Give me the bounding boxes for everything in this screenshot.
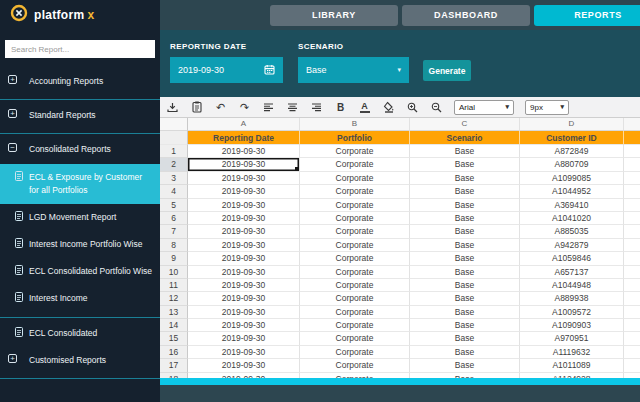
- cell-reporting-date[interactable]: 2019-09-30: [188, 279, 300, 292]
- cell-scenario[interactable]: Base: [410, 225, 520, 238]
- align-center-icon[interactable]: [286, 101, 299, 114]
- cell-customer-id[interactable]: A1119632: [520, 346, 624, 359]
- cell-portfolio[interactable]: Corporate: [300, 306, 410, 319]
- cell-portfolio[interactable]: Corporate: [300, 212, 410, 225]
- sidebar-item[interactable]: Interest Income Portfolio Wise: [0, 231, 160, 258]
- sidebar-item[interactable]: ECL Consolidated: [0, 320, 160, 347]
- font-color-icon[interactable]: A: [358, 101, 371, 114]
- expand-toggle-icon[interactable]: [8, 75, 17, 84]
- cell-customer-id[interactable]: A369410: [520, 199, 624, 212]
- row-number[interactable]: 16: [160, 346, 188, 359]
- cell-reporting-date[interactable]: 2019-09-30: [188, 199, 300, 212]
- cell-customer-id[interactable]: A889938: [520, 292, 624, 305]
- download-icon[interactable]: [166, 101, 179, 114]
- cell-portfolio[interactable]: Corporate: [300, 158, 410, 171]
- row-number[interactable]: 15: [160, 332, 188, 345]
- sidebar-item[interactable]: ECL Consolidated Portfolio Wise: [0, 258, 160, 285]
- redo-icon[interactable]: ↷: [238, 101, 251, 114]
- cell-empty[interactable]: [624, 319, 640, 332]
- cell-reporting-date[interactable]: 2019-09-30: [188, 239, 300, 252]
- cell-customer-id[interactable]: A872849: [520, 145, 624, 158]
- cell-reporting-date[interactable]: 2019-09-30: [188, 266, 300, 279]
- cell-portfolio[interactable]: Corporate: [300, 199, 410, 212]
- cell-reporting-date[interactable]: 2019-09-30: [188, 252, 300, 265]
- undo-icon[interactable]: ↶: [214, 101, 227, 114]
- nav-tab[interactable]: DASHBOARD: [402, 5, 530, 26]
- cell-empty[interactable]: [624, 145, 640, 158]
- cell-empty[interactable]: [624, 306, 640, 319]
- sidebar-item[interactable]: Customised Reports: [0, 347, 160, 379]
- header-cell[interactable]: Reporting Date: [188, 131, 300, 145]
- cell-scenario[interactable]: Base: [410, 239, 520, 252]
- row-number[interactable]: 5: [160, 199, 188, 212]
- cell-portfolio[interactable]: Corporate: [300, 332, 410, 345]
- horizontal-scrollbar[interactable]: [160, 378, 640, 385]
- cell-scenario[interactable]: Base: [410, 185, 520, 198]
- cell-portfolio[interactable]: Corporate: [300, 292, 410, 305]
- cell-portfolio[interactable]: Corporate: [300, 172, 410, 185]
- font-family-select[interactable]: Arial ▾: [454, 100, 514, 115]
- align-left-icon[interactable]: [262, 101, 275, 114]
- cell-empty[interactable]: [624, 266, 640, 279]
- column-letter[interactable]: E: [624, 118, 640, 131]
- reporting-date-picker[interactable]: 2019-09-30: [170, 57, 283, 83]
- row-number[interactable]: 6: [160, 212, 188, 225]
- cell-portfolio[interactable]: Corporate: [300, 279, 410, 292]
- cell-scenario[interactable]: Base: [410, 199, 520, 212]
- cell-customer-id[interactable]: A942879: [520, 239, 624, 252]
- column-letter[interactable]: B: [300, 118, 410, 131]
- font-size-select[interactable]: 9px ▾: [525, 100, 569, 115]
- cell-customer-id[interactable]: A1011089: [520, 359, 624, 372]
- cell-scenario[interactable]: Base: [410, 346, 520, 359]
- cell-portfolio[interactable]: Corporate: [300, 346, 410, 359]
- bold-icon[interactable]: B: [334, 101, 347, 114]
- row-number[interactable]: 17: [160, 359, 188, 372]
- cell-portfolio[interactable]: Corporate: [300, 185, 410, 198]
- cell-empty[interactable]: [624, 239, 640, 252]
- cell-scenario[interactable]: Base: [410, 306, 520, 319]
- row-number[interactable]: 7: [160, 225, 188, 238]
- cell-empty[interactable]: [624, 346, 640, 359]
- cell-scenario[interactable]: Base: [410, 212, 520, 225]
- cell-scenario[interactable]: Base: [410, 266, 520, 279]
- header-cell[interactable]: Scenario: [410, 131, 520, 145]
- cell-customer-id[interactable]: A657137: [520, 266, 624, 279]
- header-cell[interactable]: Customer ID: [520, 131, 624, 145]
- sidebar-item[interactable]: Accounting Reports: [0, 68, 160, 100]
- header-cell[interactable]: Portfolio: [300, 131, 410, 145]
- cell-scenario[interactable]: Base: [410, 319, 520, 332]
- cell-portfolio[interactable]: Corporate: [300, 266, 410, 279]
- search-input[interactable]: [5, 40, 155, 58]
- cell-empty[interactable]: [624, 252, 640, 265]
- column-letter[interactable]: A: [188, 118, 300, 131]
- cell-scenario[interactable]: Base: [410, 279, 520, 292]
- row-number[interactable]: 3: [160, 172, 188, 185]
- align-right-icon[interactable]: [310, 101, 323, 114]
- cell-reporting-date[interactable]: 2019-09-30: [188, 225, 300, 238]
- cell-portfolio[interactable]: Corporate: [300, 319, 410, 332]
- cell-scenario[interactable]: Base: [410, 158, 520, 171]
- cell-empty[interactable]: [624, 279, 640, 292]
- paste-icon[interactable]: [190, 101, 203, 114]
- cell-scenario[interactable]: Base: [410, 292, 520, 305]
- cell-empty[interactable]: [624, 292, 640, 305]
- cell-portfolio[interactable]: Corporate: [300, 359, 410, 372]
- cell-reporting-date[interactable]: 2019-09-30: [188, 145, 300, 158]
- cell-portfolio[interactable]: Corporate: [300, 252, 410, 265]
- sidebar-item[interactable]: LGD Movement Report: [0, 204, 160, 231]
- cell-portfolio[interactable]: Corporate: [300, 145, 410, 158]
- cell-empty[interactable]: [624, 212, 640, 225]
- cell-reporting-date[interactable]: 2019-09-30: [188, 172, 300, 185]
- expand-toggle-icon[interactable]: [8, 143, 17, 152]
- cell-empty[interactable]: [624, 185, 640, 198]
- cell-customer-id[interactable]: A1009572: [520, 306, 624, 319]
- cell-customer-id[interactable]: A1099085: [520, 172, 624, 185]
- row-number[interactable]: 11: [160, 279, 188, 292]
- cell-empty[interactable]: [624, 359, 640, 372]
- cell-reporting-date[interactable]: 2019-09-30: [188, 319, 300, 332]
- column-letter[interactable]: D: [520, 118, 624, 131]
- cell-scenario[interactable]: Base: [410, 332, 520, 345]
- row-number[interactable]: 4: [160, 185, 188, 198]
- nav-tab[interactable]: REPORTS: [534, 5, 640, 26]
- nav-tab[interactable]: LIBRARY: [270, 5, 398, 26]
